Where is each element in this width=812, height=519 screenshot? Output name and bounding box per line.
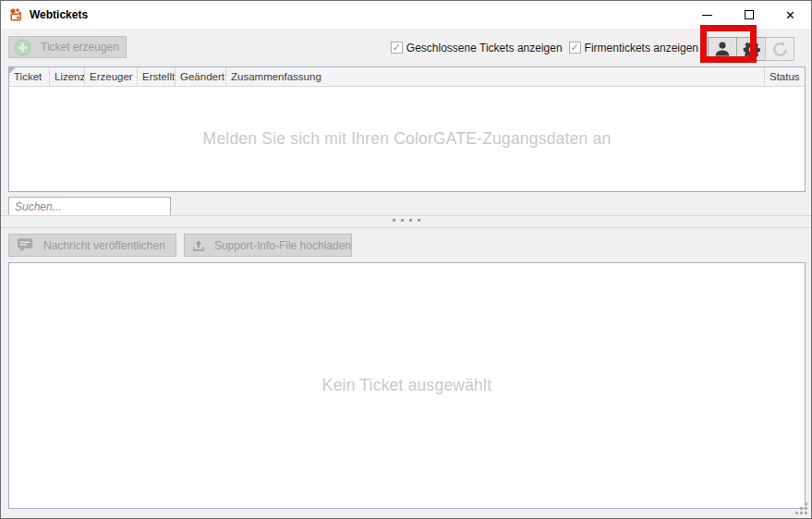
no-ticket-selected-message: Kein Ticket ausgewählt xyxy=(322,376,491,395)
app-window: Webtickets ✕ Ticket erzeugen ✓ Geschloss… xyxy=(0,0,812,519)
publish-message-label: Nachricht veröffentlichen xyxy=(43,239,165,252)
ticket-table: Ticket Lizenz Erzeuger Erstellt Geändert… xyxy=(8,66,806,192)
refresh-button[interactable] xyxy=(765,37,794,61)
splitter-handle[interactable] xyxy=(393,219,424,223)
column-header-erstellt[interactable]: Erstellt xyxy=(138,67,176,86)
speech-bubble-icon xyxy=(17,237,34,253)
column-header-lizenz[interactable]: Lizenz xyxy=(50,67,85,86)
publish-message-button[interactable]: Nachricht veröffentlichen xyxy=(8,234,176,257)
close-icon: ✕ xyxy=(785,9,795,21)
minimize-button[interactable] xyxy=(686,1,728,29)
login-prompt-message: Melden Sie sich mit Ihren ColorGATE-Zuga… xyxy=(203,129,612,149)
show-company-tickets-checkbox[interactable]: ✓ Firmentickets anzeigen xyxy=(569,42,698,54)
show-closed-tickets-checkbox[interactable]: ✓ Geschlossene Tickets anzeigen xyxy=(391,42,563,54)
column-header-zusammenfassung[interactable]: Zusammenfassung xyxy=(226,67,765,86)
table-header-row: Ticket Lizenz Erzeuger Erstellt Geändert… xyxy=(9,67,805,87)
search-input[interactable] xyxy=(8,197,171,216)
column-header-status[interactable]: Status xyxy=(765,67,805,86)
toolbar-icon-buttons xyxy=(708,37,794,61)
main-toolbar: Ticket erzeugen ✓ Geschlossene Tickets a… xyxy=(1,29,811,66)
header-corner-triangle xyxy=(9,67,16,74)
user-login-button[interactable] xyxy=(708,37,737,61)
user-icon xyxy=(713,40,732,58)
close-button[interactable]: ✕ xyxy=(770,1,811,29)
window-controls: ✕ xyxy=(686,1,811,29)
create-ticket-button[interactable]: Ticket erzeugen xyxy=(8,36,127,58)
window-resize-grip[interactable] xyxy=(805,512,807,514)
upload-support-file-button[interactable]: Support-Info-File hochladen xyxy=(184,234,352,257)
splitter-top-line xyxy=(1,215,811,216)
upload-icon xyxy=(192,237,205,254)
maximize-button[interactable] xyxy=(728,1,770,29)
maximize-icon xyxy=(745,10,754,19)
refresh-icon xyxy=(771,41,789,58)
splitter-dot xyxy=(409,219,412,222)
splitter-dot xyxy=(418,219,420,222)
checkbox-checked-icon: ✓ xyxy=(569,42,581,54)
plus-icon xyxy=(14,39,31,56)
column-header-geaendert[interactable]: Geändert xyxy=(176,67,226,86)
create-ticket-label: Ticket erzeugen xyxy=(41,41,119,54)
title-bar: Webtickets ✕ xyxy=(1,1,811,29)
app-icon xyxy=(8,7,23,22)
gear-icon xyxy=(742,40,761,59)
splitter-dot xyxy=(393,219,395,222)
upload-support-file-label: Support-Info-File hochladen xyxy=(214,239,351,252)
window-title: Webtickets xyxy=(30,8,88,21)
checkbox-checked-icon: ✓ xyxy=(391,42,403,54)
settings-button[interactable] xyxy=(736,37,766,61)
filter-checkboxes: ✓ Geschlossene Tickets anzeigen ✓ Firmen… xyxy=(391,29,698,66)
ticket-detail-panel: Kein Ticket ausgewählt xyxy=(8,262,806,509)
show-closed-tickets-label: Geschlossene Tickets anzeigen xyxy=(406,42,563,54)
table-body-empty-area: Melden Sie sich mit Ihren ColorGATE-Zuga… xyxy=(9,87,805,191)
splitter-bottom-line xyxy=(1,227,811,228)
splitter-dot xyxy=(401,219,404,222)
show-company-tickets-label: Firmentickets anzeigen xyxy=(585,42,698,54)
minimize-icon xyxy=(702,15,712,16)
column-header-erzeuger[interactable]: Erzeuger xyxy=(85,67,138,86)
